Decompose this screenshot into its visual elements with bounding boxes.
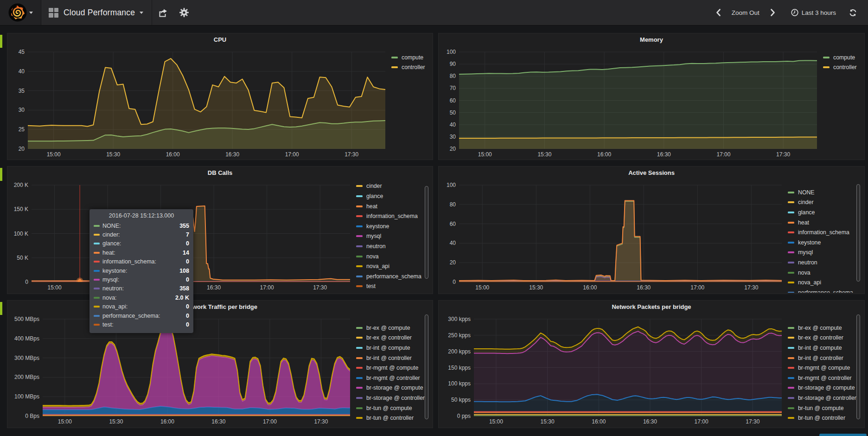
share-button[interactable]	[152, 0, 173, 25]
series-color-dash	[356, 367, 363, 369]
series-color-dash	[94, 270, 100, 272]
legend-scrollbar[interactable]	[856, 184, 860, 282]
legend-item[interactable]: cinder	[782, 198, 864, 208]
time-forward-button[interactable]	[766, 0, 780, 25]
bottom-right-accent-bar[interactable]	[819, 434, 867, 436]
legend-scrollbar[interactable]	[425, 186, 428, 279]
legend-item[interactable]: nova_api	[782, 277, 864, 288]
series-color-dash	[823, 57, 830, 58]
legend-item[interactable]: br-mgmt @ compute	[350, 363, 433, 373]
series-color-dash	[356, 235, 363, 237]
settings-button[interactable]	[173, 0, 195, 25]
legend-series-label: br-ex @ compute	[366, 325, 410, 331]
legend-item[interactable]: nova	[350, 251, 433, 262]
panel-title[interactable]: DB Calls	[7, 167, 433, 180]
legend-item[interactable]: keystone	[782, 237, 864, 248]
y-tick-label: 100 MBps	[14, 393, 39, 400]
legend-item[interactable]: br-ex @ compute	[350, 323, 433, 333]
legend-item[interactable]: glance	[350, 191, 433, 201]
legend-item[interactable]: br-int @ compute	[782, 343, 864, 353]
legend-item[interactable]: br-int @ compute	[350, 343, 433, 353]
panel-title[interactable]: Memory	[439, 33, 864, 47]
legend-scrollbar[interactable]	[425, 314, 428, 419]
legend-item[interactable]: br-tun @ compute	[782, 403, 864, 413]
legend-series-label: cinder	[366, 183, 382, 189]
legend-item[interactable]: glance	[782, 207, 864, 218]
legend-item[interactable]: br-mgmt @ controller	[350, 373, 433, 383]
legend-item[interactable]: br-tun @ compute	[350, 403, 433, 413]
row-menu-handle[interactable]	[0, 35, 2, 48]
legend-item[interactable]: nova	[782, 268, 864, 278]
legend-series-label: br-mgmt @ compute	[366, 365, 418, 371]
legend-item[interactable]: br-storage @ compute	[782, 383, 864, 393]
legend-item[interactable]: NONE	[782, 187, 864, 198]
plot-area[interactable]	[459, 47, 817, 149]
legend-item[interactable]: br-mgmt @ compute	[782, 363, 864, 373]
legend-item[interactable]: test	[350, 282, 433, 292]
x-axis: 15:0015:3016:0016:3017:0017:30	[459, 282, 782, 293]
panel-title[interactable]: Network Packets per bridge	[439, 301, 864, 314]
legend-item[interactable]: br-tun @ controller	[350, 413, 433, 423]
y-tick-label: 90	[450, 61, 456, 67]
tooltip-series-label: nova:	[102, 295, 117, 301]
legend-series-label: test	[366, 283, 376, 289]
legend-item[interactable]: controller	[385, 63, 433, 73]
dashboard-picker[interactable]: Cloud Performance	[41, 0, 152, 25]
legend-item[interactable]: br-storage @ compute	[350, 383, 433, 393]
legend-item[interactable]: br-ex @ controller	[350, 333, 433, 343]
legend-series-label: keystone	[366, 223, 389, 230]
legend-item[interactable]: information_schema	[782, 227, 864, 237]
legend-item[interactable]: compute	[385, 52, 433, 63]
legend-item[interactable]: br-mgmt @ controller	[782, 373, 864, 383]
series-color-dash	[788, 387, 794, 389]
series-color-dash	[788, 262, 794, 263]
legend-item[interactable]: performance_schema	[782, 288, 864, 293]
row-menu-handle[interactable]	[0, 168, 2, 181]
legend-item[interactable]: br-ex @ compute	[782, 323, 864, 333]
time-range-button[interactable]: Last 3 hours	[786, 0, 841, 25]
series-color-dash	[788, 272, 794, 274]
legend-scrollbar[interactable]	[856, 314, 860, 419]
time-back-button[interactable]	[711, 0, 725, 25]
tooltip-series-value: 0	[186, 321, 189, 328]
legend-item[interactable]: br-tun @ controller	[782, 413, 864, 423]
refresh-button[interactable]	[844, 0, 862, 25]
legend-item[interactable]: mysql	[350, 231, 433, 242]
panel-title[interactable]: Network Traffic per bridge	[7, 301, 433, 314]
legend-item[interactable]: performance_schema	[350, 271, 433, 282]
panel-title[interactable]: Active Sessions	[439, 167, 864, 180]
legend-item[interactable]: keystone	[350, 221, 433, 231]
y-tick-label: 20	[450, 259, 456, 266]
legend-item[interactable]: br-storage @ controller	[782, 393, 864, 403]
legend-item[interactable]: mysql	[782, 248, 864, 258]
y-tick-label: 60	[450, 221, 456, 227]
zoom-out-button[interactable]: Zoom Out	[725, 0, 766, 25]
legend-item[interactable]: neutron	[782, 257, 864, 268]
x-axis: 15:0015:3016:0016:3017:0017:30	[474, 416, 782, 427]
legend-item[interactable]: br-int @ controller	[350, 353, 433, 363]
legend-series-label: compute	[833, 54, 855, 61]
legend-item[interactable]: br-int @ controller	[782, 353, 864, 363]
legend-item[interactable]: heat	[350, 201, 433, 212]
legend-item[interactable]: neutron	[350, 241, 433, 251]
share-icon	[158, 8, 168, 17]
y-tick-label: 200 MBps	[14, 374, 39, 380]
plot-area[interactable]	[28, 47, 385, 149]
row-menu-handle[interactable]	[0, 302, 2, 315]
legend-item[interactable]: br-storage @ controller	[350, 393, 433, 403]
grafana-menu-button[interactable]	[0, 0, 41, 25]
y-tick-label: 100	[447, 182, 456, 188]
plot-area[interactable]	[43, 314, 350, 416]
legend-item[interactable]: information_schema	[350, 211, 433, 221]
legend-series-label: controller	[402, 64, 425, 71]
legend-item[interactable]: heat	[782, 218, 864, 228]
legend-item[interactable]: controller	[817, 63, 864, 73]
legend-item[interactable]: cinder	[350, 181, 433, 192]
panel-title[interactable]: CPU	[7, 33, 433, 47]
legend-item[interactable]: nova_api	[350, 261, 433, 271]
plot-area[interactable]	[474, 314, 782, 416]
plot-area[interactable]	[459, 180, 782, 282]
legend-series-label: heat	[798, 219, 809, 226]
legend-item[interactable]: compute	[817, 52, 864, 63]
legend-item[interactable]: br-ex @ controller	[782, 333, 864, 343]
